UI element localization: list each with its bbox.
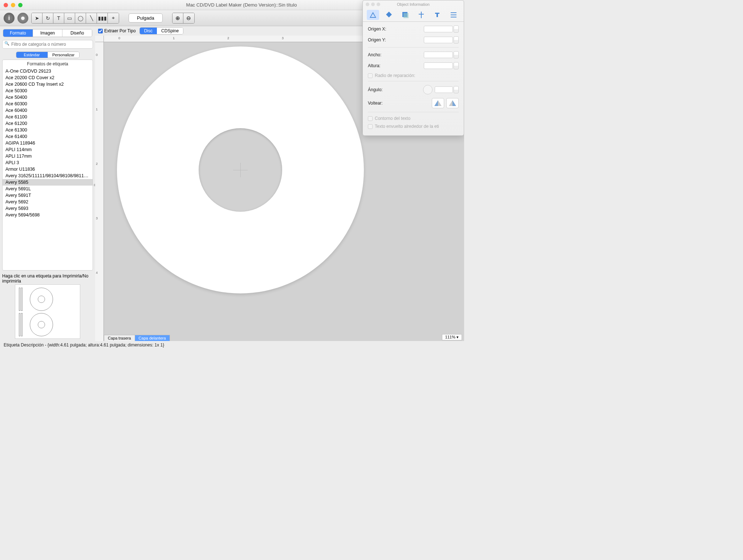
stamp-tool[interactable]: ⌖ [108,13,119,23]
minimize-icon[interactable] [11,3,15,7]
list-item[interactable]: Avery 31625/11111/98104/98108/98110 STC [3,173,93,179]
ruler-h-tick: 1 [173,36,175,40]
list-item[interactable]: Avery 5693 [3,205,93,212]
tab-imagen[interactable]: Imagen [33,29,63,37]
tab-capa-trasera[interactable]: Capa trasera [104,335,135,341]
list-item[interactable]: APLI 114mm [3,146,93,153]
list-item[interactable]: Avery 5694/5698 [3,212,93,218]
ruler-v-tick: 3 [96,216,98,220]
list-item[interactable]: Ace 20200 CD Cover x2 [3,74,93,81]
center-cross-icon [233,163,248,177]
origin-y-label: Origen Y: [368,37,424,42]
angle-dial[interactable] [423,85,433,94]
format-list-body[interactable]: A-One CD/DVD 29123Ace 20200 CD Cover x2A… [3,68,93,270]
pointer-tool[interactable]: ➤ [32,13,42,23]
list-item[interactable]: APLI 117mm [3,153,93,159]
ruler-v-tick: 0 [96,53,98,57]
contorno-label: Contorno del texto [375,116,410,121]
window-controls [4,3,23,7]
list-item[interactable]: Ace 61400 [3,133,93,140]
unit-button[interactable]: Pulgada [129,13,163,23]
list-item[interactable]: AGIPA 118946 [3,140,93,146]
tab-estandar[interactable]: Estándar [16,52,48,58]
flip-horizontal-button[interactable] [432,98,444,108]
tab-diseno[interactable]: Diseño [62,29,92,37]
list-item[interactable]: Ace 20600 CD Tray Insert x2 [3,81,93,88]
list-item[interactable]: APLI 3 [3,159,93,166]
tab-capa-delantera[interactable]: Capa delantera [135,335,170,341]
list-item[interactable]: Avery 5691T [3,192,93,199]
inspector-tab-text-icon[interactable] [431,10,443,20]
zoom-icon[interactable] [18,3,23,7]
flip-vertical-button[interactable] [446,98,459,108]
info-icon[interactable]: i [4,13,15,24]
radio-checkbox [368,73,373,78]
tab-personalizar[interactable]: Personalizar [48,52,79,58]
origin-x-stepper[interactable] [454,25,459,33]
inspector-panel: Object Information Origen X: Origen Y: A… [362,0,464,136]
extract-label: Extraer Por Tipo [104,28,136,33]
list-item[interactable]: Ace 50300 [3,88,93,94]
rect-tool[interactable]: ▭ [64,13,75,23]
left-panel: Formato Imagen Diseño Estándar Personali… [0,26,95,341]
radio-label: Radio de reparación: [375,73,415,78]
inspector-title: Object Information [397,2,430,7]
envuelto-label: Texto envuelto alrededor de la eti [375,124,439,129]
inspector-tab-transform-icon[interactable] [367,10,379,20]
ancho-stepper[interactable] [454,51,459,58]
close-icon[interactable] [4,3,8,7]
inspector-tab-shadow-icon[interactable] [399,10,411,20]
search-input[interactable] [2,40,93,49]
origin-y-input[interactable] [424,37,453,43]
inspector-tab-align-icon[interactable] [415,10,427,20]
origin-y-stepper[interactable] [454,36,459,44]
list-item[interactable]: Ace 61300 [3,127,93,133]
contorno-checkbox [368,116,373,121]
ruler-v-tick: 4 [96,271,98,275]
mask-icon[interactable]: ☻ [17,13,28,24]
voltear-label: Voltear: [368,101,430,106]
list-item[interactable]: Ace 60400 [3,107,93,114]
tab-cdspine[interactable]: CDSpine [157,28,183,34]
rotate-tool[interactable]: ↻ [42,13,53,23]
angulo-label: Ángulo: [368,87,423,92]
tab-disc[interactable]: Disc [140,28,157,34]
disc-label[interactable] [117,46,364,293]
tool-group: ➤ ↻ T ▭ ◯ ╲ ▮▮▮ ⌖ [31,13,119,24]
preview-label: Haga clic en una etiqueta para Imprimirl… [2,273,93,284]
zoom-indicator[interactable]: 111% ▾ [442,334,462,340]
list-item[interactable]: Ace 61100 [3,114,93,120]
envuelto-checkbox [368,124,373,129]
list-item[interactable]: A-One CD/DVD 29123 [3,68,93,74]
extract-checkbox[interactable] [98,29,103,33]
list-item[interactable]: Ace 60300 [3,101,93,107]
inspector-tab-list-icon[interactable] [447,10,460,20]
origin-x-input[interactable] [424,26,453,32]
layout-preview[interactable] [15,284,80,339]
list-item[interactable]: Ace 50400 [3,94,93,101]
layer-tabs: Capa trasera Capa delantera [104,335,170,341]
ellipse-tool[interactable]: ◯ [75,13,86,23]
tab-formato[interactable]: Formato [3,29,33,37]
format-type-tabs: Estándar Personalizar [16,52,80,58]
altura-input[interactable] [424,62,453,69]
angulo-input[interactable] [435,86,453,93]
svg-rect-1 [403,13,409,18]
label-part-tabs: Disc CDSpine [139,27,183,35]
line-tool[interactable]: ╲ [86,13,97,23]
altura-stepper[interactable] [454,62,459,69]
ancho-input[interactable] [424,52,453,58]
list-item[interactable]: Avery 5585 [3,179,93,186]
inspector-titlebar[interactable]: Object Information [363,0,464,8]
zoom-in-icon[interactable]: ⊕ [172,13,183,23]
list-item[interactable]: Avery 5692 [3,199,93,205]
list-item[interactable]: Armor U11836 [3,166,93,173]
list-item[interactable]: Avery 5691L [3,186,93,192]
text-tool[interactable]: T [53,13,64,23]
list-item[interactable]: Ace 61200 [3,120,93,127]
inspector-tab-fill-icon[interactable] [383,10,395,20]
zoom-out-icon[interactable]: ⊖ [183,13,194,23]
angulo-stepper[interactable] [454,86,459,93]
extract-checkbox-wrap[interactable]: Extraer Por Tipo [98,28,136,33]
barcode-tool[interactable]: ▮▮▮ [97,13,108,23]
